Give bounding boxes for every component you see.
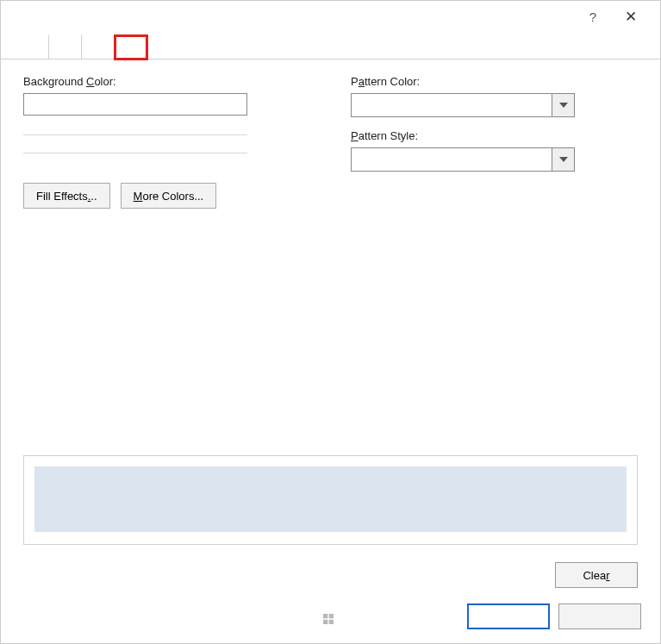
format-cells-dialog: ? ✕ Background Color: Fill Effects... Mo…	[0, 0, 661, 644]
chevron-down-icon	[559, 103, 568, 108]
background-color-label: Background Color:	[23, 75, 299, 88]
pattern-style-label: Pattern Style:	[351, 129, 638, 142]
sample-preview	[34, 466, 627, 532]
close-button[interactable]: ✕	[612, 8, 650, 26]
tab-number[interactable]	[16, 34, 49, 59]
footer	[1, 595, 660, 643]
cancel-button[interactable]	[558, 603, 641, 629]
tab-fill[interactable]	[115, 35, 147, 59]
pattern-color-label: Pattern Color:	[351, 75, 638, 88]
dialog-body: Background Color: Fill Effects... More C…	[1, 59, 660, 455]
clear-button[interactable]: Clear	[555, 562, 638, 588]
tab-border[interactable]	[82, 34, 115, 59]
divider	[23, 134, 247, 135]
dropdown-button-icon	[552, 148, 574, 171]
tab-row	[1, 32, 660, 59]
sample-fieldset	[23, 455, 638, 545]
help-button[interactable]: ?	[574, 9, 612, 24]
pattern-style-dropdown[interactable]	[351, 147, 575, 172]
background-color-section: Background Color: Fill Effects... More C…	[23, 75, 299, 455]
pattern-section: Pattern Color: Pattern Style:	[351, 75, 638, 455]
no-color-button[interactable]	[23, 93, 247, 116]
chevron-down-icon	[559, 157, 568, 162]
pattern-color-dropdown[interactable]	[351, 93, 575, 117]
ok-button[interactable]	[467, 603, 550, 629]
divider	[23, 153, 247, 153]
titlebar: ? ✕	[1, 1, 660, 32]
dropdown-button-icon	[552, 94, 574, 116]
more-colors-button[interactable]: More Colors...	[121, 183, 217, 209]
tab-font[interactable]	[49, 34, 82, 59]
fill-effects-button[interactable]: Fill Effects...	[23, 183, 110, 209]
